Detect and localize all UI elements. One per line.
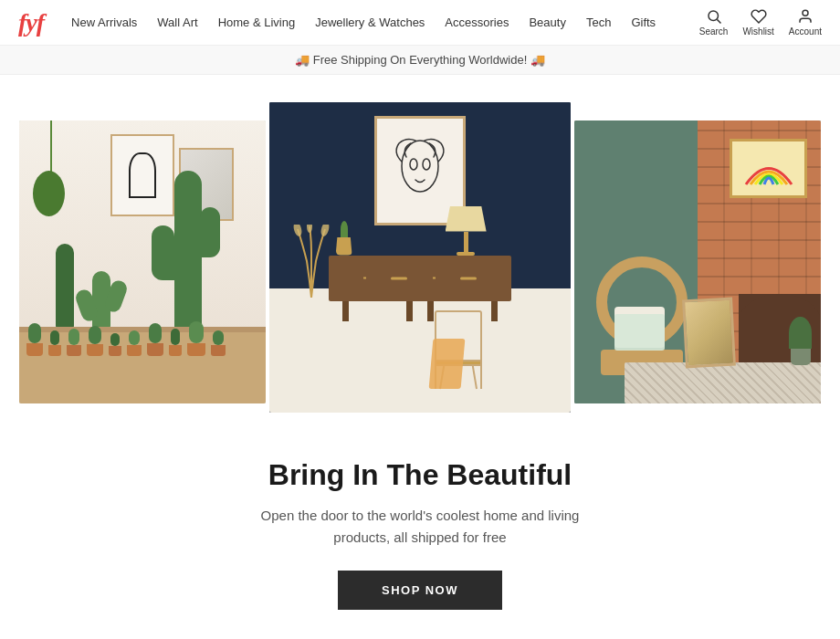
shipping-text: 🚚 Free Shipping On Everything Worldwide!… (295, 53, 545, 67)
hero-image-right (574, 120, 821, 403)
hero-heading: Bring In The Beautiful (18, 458, 822, 492)
hero-subtext: Open the door to the world's coolest hom… (247, 505, 593, 549)
wishlist-icon-button[interactable]: Wishlist (742, 8, 773, 37)
svg-point-5 (423, 159, 430, 170)
rattan-peacock-chair (587, 257, 697, 375)
nav-item-jewellery[interactable]: Jewellery & Watches (315, 16, 425, 29)
svg-point-0 (709, 11, 719, 21)
hero-text-section: Bring In The Beautiful Open the door to … (0, 431, 840, 628)
person-icon (797, 8, 814, 25)
header-icons: Search Wishlist Account (699, 8, 822, 37)
nav-item-accessories[interactable]: Accessories (445, 16, 509, 29)
decorative-vase (336, 221, 352, 256)
shipping-banner: 🚚 Free Shipping On Everything Worldwide!… (0, 46, 840, 75)
hero-image-center (269, 102, 571, 413)
hanging-plant-decor (33, 120, 69, 216)
small-pot-6 (127, 330, 142, 356)
small-pot-9 (187, 321, 205, 356)
small-pot-10 (211, 330, 226, 356)
site-logo[interactable]: fyf (18, 8, 44, 37)
nav-item-tech[interactable]: Tech (586, 16, 611, 29)
shop-now-button[interactable]: SHOP NOW (338, 571, 502, 610)
wall-art-frame-1 (110, 134, 174, 216)
account-icon-button[interactable]: Account (789, 8, 822, 37)
heart-icon (751, 8, 767, 25)
small-pot-4 (87, 326, 103, 356)
pampas-grass (293, 225, 330, 301)
svg-point-3 (402, 141, 438, 192)
nav-item-new-arrivals[interactable]: New Arrivals (71, 16, 137, 29)
cactus-tall (174, 171, 202, 335)
small-pot-1 (26, 323, 43, 356)
wishlist-label: Wishlist (742, 26, 773, 37)
small-pot-3 (67, 329, 81, 356)
main-nav: New Arrivals Wall Art Home & Living Jewe… (71, 16, 685, 29)
nav-item-gifts[interactable]: Gifts (631, 16, 656, 29)
account-label: Account (789, 26, 822, 37)
floor-rug (625, 362, 821, 403)
sideboard (329, 256, 511, 301)
wishlist-section: Shop Your Wishlist (0, 628, 840, 639)
nav-item-beauty[interactable]: Beauty (529, 16, 565, 29)
site-header: fyf New Arrivals Wall Art Home & Living … (0, 0, 840, 46)
svg-point-2 (803, 10, 808, 16)
leaning-canvas (682, 298, 736, 369)
small-pot-5 (109, 333, 121, 356)
wire-chair (426, 302, 490, 397)
svg-point-13 (320, 225, 330, 237)
hero-image-left (19, 120, 266, 403)
search-icon (706, 8, 722, 25)
floor-plant (789, 317, 812, 365)
rainbow-sign (730, 139, 807, 198)
svg-point-14 (307, 225, 312, 233)
svg-point-12 (293, 225, 303, 237)
svg-line-1 (717, 19, 720, 23)
table-lamp (446, 206, 487, 256)
search-icon-button[interactable]: Search (699, 8, 729, 37)
svg-point-4 (410, 159, 417, 170)
nav-item-home-living[interactable]: Home & Living (218, 16, 296, 29)
small-pot-7 (147, 323, 163, 356)
search-label: Search (699, 26, 729, 37)
leg-3 (406, 301, 413, 321)
nav-item-wall-art[interactable]: Wall Art (157, 16, 197, 29)
hero-images (0, 75, 840, 431)
small-pot-2 (48, 330, 61, 356)
wooden-shelf (19, 330, 266, 403)
leg-2 (491, 301, 498, 321)
leg-1 (342, 301, 349, 321)
small-pot-8 (169, 329, 182, 356)
